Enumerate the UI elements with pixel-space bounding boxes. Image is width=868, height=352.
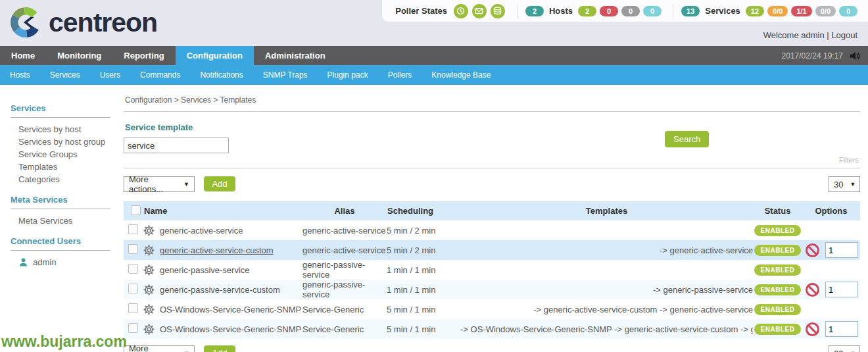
sound-icon[interactable] (850, 51, 860, 61)
row-checkbox[interactable] (128, 224, 138, 234)
scheduling-cell: 1 min / 1 min (387, 260, 460, 280)
options-input[interactable] (825, 242, 858, 258)
column-header-options[interactable]: Options (802, 201, 860, 220)
column-header-templates[interactable]: Templates (460, 201, 753, 220)
nav-configuration[interactable]: Configuration (176, 46, 254, 65)
subnav-hosts[interactable]: Hosts (0, 65, 40, 85)
hosts-up-badge[interactable]: 2 (578, 6, 596, 16)
connected-user-admin[interactable]: admin (18, 257, 117, 267)
main-content: Configuration > Services > Templates Ser… (117, 85, 868, 352)
global-status-panel: Poller States 2 Hosts 2 (382, 0, 868, 22)
poller-activity-icon[interactable] (472, 4, 487, 18)
column-header-status[interactable]: Status (753, 201, 802, 220)
scheduling-cell: 5 min / 1 min (387, 299, 460, 319)
status-badge: ENABLED (754, 324, 802, 335)
template-name-link[interactable]: generic-passive-service-custom (160, 285, 280, 295)
column-header-alias[interactable]: Alias (302, 201, 387, 220)
scheduling-cell: 5 min / 2 min (387, 220, 460, 240)
sidebar-item-service-groups[interactable]: Service Groups (0, 148, 117, 161)
chevron-down-icon: ▼ (850, 181, 856, 188)
status-badge: ENABLED (754, 225, 802, 236)
subnav-knowledge-base[interactable]: Knowledge Base (422, 65, 500, 85)
sidebar-item-services-by-host[interactable]: Services by host (0, 123, 117, 136)
search-form: Service template Search (124, 122, 860, 153)
more-actions-select-bottom[interactable]: More actions... ▼ (124, 345, 195, 352)
more-actions-select[interactable]: More actions... ▼ (124, 176, 195, 192)
configuration-submenu: Hosts Services Users Commands Notificati… (0, 65, 868, 85)
nav-home[interactable]: Home (0, 46, 46, 65)
nav-administration[interactable]: Administration (254, 46, 337, 65)
options-input[interactable] (825, 321, 858, 337)
options-input[interactable] (825, 282, 858, 297)
template-name-link[interactable]: generic-active-service (160, 226, 243, 236)
service-template-search-input[interactable] (124, 138, 229, 153)
poller-database-icon[interactable] (491, 4, 505, 18)
subnav-notifications[interactable]: Notifications (190, 65, 253, 85)
services-pending-badge[interactable]: 0 (839, 6, 857, 16)
status-badge: ENABLED (754, 245, 802, 256)
status-badge: ENABLED (754, 304, 802, 315)
page-size-select-bottom[interactable]: 30 ▼ (829, 345, 860, 352)
hosts-down-badge[interactable]: 0 (600, 6, 618, 16)
welcome-logout-link[interactable]: Welcome admin | Logout (763, 30, 857, 40)
subnav-pollers[interactable]: Pollers (378, 65, 422, 85)
scheduling-cell: 5 min / 2 min (387, 240, 460, 260)
row-checkbox[interactable] (128, 264, 138, 274)
template-name-link[interactable]: generic-active-service-custom (160, 245, 274, 255)
sidebar-item-meta-services[interactable]: Meta Services (0, 214, 117, 227)
subnav-commands[interactable]: Commands (130, 65, 190, 85)
nav-monitoring[interactable]: Monitoring (46, 46, 112, 65)
add-button-bottom[interactable]: Add (204, 345, 235, 352)
poller-latency-icon[interactable] (454, 4, 468, 18)
block-icon[interactable] (806, 243, 819, 257)
services-critical-badge[interactable]: 1/1 (791, 6, 811, 16)
search-button[interactable]: Search (665, 131, 709, 147)
nav-reporting[interactable]: Reporting (112, 46, 175, 65)
main-navigation: Home Monitoring Reporting Configuration … (0, 46, 868, 65)
sidebar-section-connected-users: Connected Users (11, 236, 110, 251)
breadcrumb[interactable]: Configuration > Services > Templates (124, 91, 860, 112)
alias-cell: generic-active-service (302, 220, 387, 240)
services-total-badge[interactable]: 13 (681, 6, 700, 16)
sidebar-item-services-by-host-group[interactable]: Services by host group (0, 136, 117, 148)
select-all-checkbox[interactable] (131, 205, 141, 215)
subnav-snmp-traps[interactable]: SNMP Traps (253, 65, 318, 85)
subnav-services[interactable]: Services (40, 65, 90, 85)
template-name-link[interactable]: generic-passive-service (160, 265, 250, 275)
divider (124, 168, 860, 168)
block-icon[interactable] (806, 283, 819, 297)
column-header-scheduling[interactable]: Scheduling (387, 201, 460, 220)
hosts-unreachable-badge[interactable]: 0 (621, 6, 640, 16)
templates-cell: -> generic-active-service-custom -> gene… (460, 299, 753, 319)
hosts-pending-badge[interactable]: 0 (643, 6, 662, 16)
subnav-users[interactable]: Users (90, 65, 130, 85)
services-ok-badge[interactable]: 12 (746, 6, 764, 16)
row-checkbox[interactable] (128, 323, 138, 333)
row-checkbox[interactable] (128, 303, 138, 313)
sidebar-item-categories[interactable]: Categories (0, 173, 117, 186)
row-checkbox[interactable] (128, 284, 138, 293)
services-unknown-badge[interactable]: 0/0 (815, 6, 836, 16)
page-size-select-top[interactable]: 30 ▼ (829, 176, 860, 192)
template-name-link[interactable]: OS-Windows-Service-Generic-SNMP-custom (160, 324, 302, 334)
bujarra-watermark: www.bujarra.com (1, 333, 127, 351)
block-icon[interactable] (806, 322, 819, 336)
sidebar-item-templates[interactable]: Templates (0, 161, 117, 173)
row-checkbox[interactable] (128, 244, 138, 254)
service-templates-table: Name Alias Scheduling Templates Status O… (124, 201, 860, 339)
more-actions-value: More actions... (129, 343, 177, 352)
scheduling-cell: 5 min / 1 min (387, 319, 460, 339)
column-header-name[interactable]: Name (143, 201, 302, 220)
template-name-link[interactable]: OS-Windows-Service-Generic-SNMP (160, 305, 301, 314)
services-warning-badge[interactable]: 0/0 (767, 6, 788, 16)
filters-link[interactable]: Filters (124, 153, 860, 168)
add-button[interactable]: Add (204, 176, 235, 191)
sidebar-section-services: Services (11, 103, 110, 118)
services-label: Services (705, 6, 740, 16)
hosts-total-badge[interactable]: 2 (525, 6, 544, 16)
templates-cell: -> OS-Windows-Service-Generic-SNMP -> ge… (460, 319, 753, 339)
subnav-plugin-pack[interactable]: Plugin pack (318, 65, 378, 85)
table-row: OS-Windows-Service-Generic-SNMP Service-… (124, 299, 860, 319)
centreon-logo[interactable]: centreon (9, 6, 157, 39)
table-row: generic-active-service-custom generic-ac… (124, 240, 860, 260)
